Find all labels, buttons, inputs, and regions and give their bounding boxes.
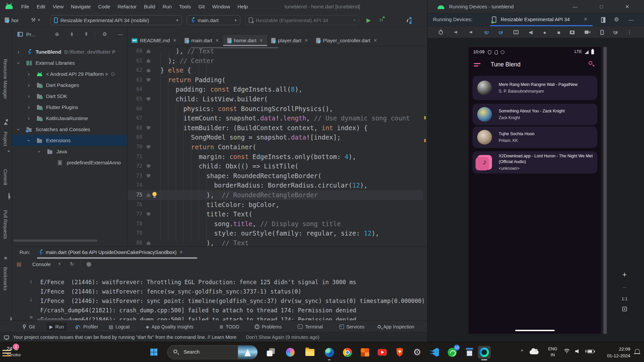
search-box[interactable]: Search (167, 345, 258, 359)
settings-icon[interactable]: ⚙ (611, 13, 622, 26)
stop-icon[interactable] (17, 262, 21, 267)
menu-code[interactable]: Code (94, 0, 114, 13)
chevron-icon[interactable]: › (15, 61, 21, 65)
taskbar-edge-icon[interactable] (323, 346, 336, 359)
run-button[interactable]: ▶ (366, 17, 371, 24)
tree-item--android-api-29-platform-[interactable]: ›< Android API 29 Platform >D (12, 68, 128, 80)
taskbar-explorer-icon[interactable] (303, 346, 316, 359)
tree-item-flutter-plugins[interactable]: ›Flutter Plugins (12, 102, 128, 113)
fit-to-window-button[interactable] (622, 307, 627, 311)
error-stripe-mark[interactable] (424, 139, 426, 142)
tree-item-extensions[interactable]: ›Extensions (12, 135, 128, 146)
menu-view[interactable]: View (49, 0, 67, 13)
error-stripe-mark[interactable] (424, 116, 426, 119)
sidebar-item-commit[interactable]: Commit (3, 169, 8, 185)
taskbar-android-studio-icon[interactable] (478, 346, 491, 359)
hide-panel-icon[interactable]: — (117, 31, 124, 37)
tool-strip-icon[interactable]: ⚑ (4, 256, 8, 261)
menu-edit[interactable]: Edit (33, 0, 49, 13)
code-line-71[interactable]: 71 margin: const EdgeInsets.only(bottom:… (128, 152, 423, 162)
statusbar-problems[interactable]: !Problems (252, 322, 285, 331)
code-line-79[interactable]: 79 style: ourStyle(family: regular, size… (128, 228, 423, 238)
profiler-button[interactable] (409, 17, 411, 24)
code-line-61[interactable]: 61 ); // Center (128, 56, 423, 66)
sidebar-item-resource-manager[interactable]: Resource Manager (3, 59, 8, 99)
clock[interactable]: 22:0901-12-2024 (600, 346, 630, 359)
notifications-icon[interactable] (635, 349, 640, 353)
sidebar-item-pull-requests[interactable]: Pull Requests (3, 210, 8, 239)
song-card[interactable]: X2Download.app - Lord Huron - The Night … (473, 151, 597, 173)
code-line-74[interactable]: 74 borderRadius: BorderRadius.circular(1… (128, 180, 423, 190)
breadcrumb-file[interactable]: hor (5, 13, 19, 27)
scroll-up-icon[interactable]: ↑ (30, 279, 33, 286)
record-icon[interactable]: ● (541, 29, 548, 36)
close-icon[interactable]: ✕ (304, 38, 308, 43)
statusbar-run[interactable]: ▶Run (46, 322, 67, 331)
taskbar-notepad-icon[interactable] (463, 346, 476, 359)
menu-tools[interactable]: Tools (176, 0, 195, 13)
volume-up-icon[interactable] (452, 29, 459, 36)
tab-main-dart[interactable]: main.dart✕ (181, 35, 223, 46)
battery-icon[interactable] (587, 350, 594, 353)
statusbar-app-quality-insights[interactable]: ◈App Quality Insights (143, 322, 196, 331)
back-icon[interactable]: ◀ (527, 29, 534, 36)
close-icon[interactable]: ✕ (584, 16, 588, 22)
close-icon[interactable]: ✕ (179, 250, 183, 255)
tab-player_controller-dart[interactable]: Player_controller.dart✕ (312, 35, 381, 46)
run-config-dropdown[interactable]: main.dart ▾ (187, 15, 240, 25)
code-line-78[interactable]: 78 song.title, // Display song title (128, 219, 423, 229)
video-icon[interactable] (583, 29, 590, 36)
chevron-icon[interactable]: › (15, 127, 21, 132)
tree-item-tuneblend[interactable]: ›TuneBlendD:\flutter_dev\flutter P (12, 46, 128, 57)
tree-item-dart-sdk[interactable]: ›Dart SDK (12, 91, 128, 102)
emulator-screen[interactable]: 10:09 LTE Tune Blend Mere Rang Mein Rang… (468, 47, 601, 334)
statusbar-app-inspection[interactable]: App Inspection (375, 322, 417, 331)
expand-all-icon[interactable]: ⇟ (68, 31, 75, 37)
code-line-80[interactable]: 80 ), // Text (128, 238, 423, 246)
taskbar-youtube-icon[interactable] (376, 346, 389, 359)
wifi-icon[interactable] (563, 349, 571, 355)
hot-reload-icon[interactable]: ⚡ (58, 261, 61, 267)
statusbar-profiler[interactable]: Profiler (72, 322, 101, 331)
volume-icon[interactable] (575, 349, 579, 353)
collapse-all-icon[interactable]: ⇞ (83, 31, 90, 37)
device-selector-dropdown[interactable]: Resizable Experimental API 34 (mobile) ▾ (50, 15, 182, 25)
flutter-inspector-icon[interactable] (87, 262, 91, 267)
statusbar-services[interactable]: Services (336, 322, 367, 331)
scroll-down-icon[interactable]: ↓ (30, 296, 33, 303)
code-line-67[interactable]: 67 itemCount: snapshot.data!.length, // … (128, 113, 423, 123)
rotate-right-icon[interactable] (497, 29, 504, 36)
sidebar-item-project[interactable]: Project (3, 132, 8, 146)
statusbar-git[interactable]: Git (19, 322, 38, 331)
chevron-icon[interactable]: › (36, 149, 42, 154)
maximize-button[interactable]: □ (596, 0, 606, 13)
taskbar-chrome-icon[interactable] (341, 346, 354, 359)
code-line-73[interactable]: 73 shape: RoundedRectangleBorder( (128, 171, 423, 181)
tree-item-predefinedexternalanno[interactable]: {}predefinedExternalAnno (12, 157, 128, 168)
search-highlight-image[interactable] (238, 346, 257, 359)
tool-strip-icon[interactable] (8, 193, 10, 200)
volume-icon[interactable] (467, 29, 474, 36)
search-icon[interactable] (589, 61, 592, 65)
tree-item-kotlinjavaruntime[interactable]: ›KotlinJavaRuntime (12, 113, 128, 124)
close-icon[interactable]: ✕ (259, 38, 263, 43)
chevron-icon[interactable]: › (27, 115, 31, 121)
power-icon[interactable] (437, 29, 444, 36)
chevron-icon[interactable]: › (27, 104, 31, 110)
song-card[interactable]: Tujhe Sochta HoonPritam, KK (473, 126, 597, 148)
tab-readme-md[interactable]: MDREADME.md✕ (128, 35, 181, 46)
run-tab[interactable]: main.dart (Pixel 6a API UpsideDownCakePr… (38, 249, 183, 255)
home-indicator[interactable] (515, 330, 555, 331)
menu-git[interactable]: Git (195, 0, 208, 13)
menu-icon[interactable] (474, 63, 481, 64)
taskbar-office-icon[interactable] (358, 346, 371, 359)
settings-icon[interactable]: ⚙ (101, 31, 108, 37)
tree-item-external-libraries[interactable]: ›External Libraries (12, 57, 128, 68)
dont-show-again-link[interactable]: Don't Show Again (9 minutes ago) (246, 334, 319, 340)
tab-player-dart[interactable]: player.dart✕ (267, 35, 312, 46)
chevron-icon[interactable]: › (27, 93, 31, 99)
device-tab[interactable]: Resizable Experimental API 34 (501, 16, 570, 22)
code-line-70[interactable]: 70 return Container( (128, 142, 423, 152)
rotate-left-icon[interactable] (483, 29, 490, 36)
minimize-button[interactable]: — (570, 0, 580, 13)
